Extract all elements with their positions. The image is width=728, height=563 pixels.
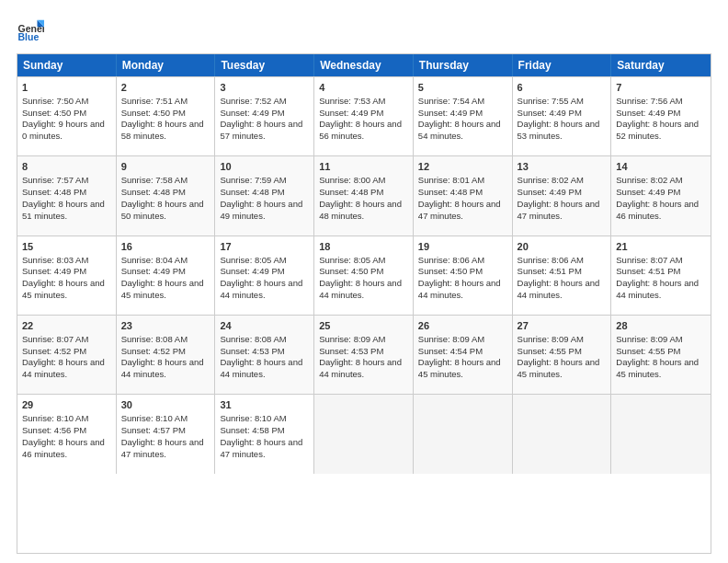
calendar-body: 1Sunrise: 7:50 AMSunset: 4:50 PMDaylight… [17, 76, 711, 553]
calendar-header: SundayMondayTuesdayWednesdayThursdayFrid… [17, 54, 711, 76]
table-row [513, 395, 612, 473]
daylight-hours: Daylight: 8 hours and 44 minutes. [220, 278, 302, 300]
header-day-thursday: Thursday [414, 54, 513, 76]
daylight-hours: Daylight: 8 hours and 44 minutes. [418, 278, 501, 300]
sunset-time: Sunset: 4:52 PM [22, 346, 86, 356]
sunrise-time: Sunrise: 8:09 AM [518, 334, 584, 344]
day-number: 13 [518, 160, 607, 174]
daylight-hours: Daylight: 8 hours and 53 minutes. [518, 119, 600, 141]
daylight-hours: Daylight: 8 hours and 45 minutes. [418, 357, 501, 379]
day-number: 9 [121, 160, 210, 174]
sunset-time: Sunset: 4:49 PM [319, 108, 383, 118]
sunrise-time: Sunrise: 7:56 AM [616, 96, 682, 106]
sunrise-time: Sunrise: 8:00 AM [319, 175, 385, 185]
day-number: 16 [121, 240, 210, 254]
sunset-time: Sunset: 4:55 PM [518, 346, 582, 356]
sunset-time: Sunset: 4:49 PM [418, 108, 483, 118]
daylight-hours: Daylight: 8 hours and 47 minutes. [418, 199, 501, 221]
sunset-time: Sunset: 4:53 PM [319, 346, 383, 356]
daylight-hours: Daylight: 8 hours and 47 minutes. [518, 199, 600, 221]
header-day-sunday: Sunday [17, 54, 117, 76]
sunset-time: Sunset: 4:50 PM [418, 266, 483, 276]
table-row: 3Sunrise: 7:52 AMSunset: 4:49 PMDaylight… [215, 77, 314, 155]
table-row: 29Sunrise: 8:10 AMSunset: 4:56 PMDayligh… [17, 395, 117, 473]
sunset-time: Sunset: 4:50 PM [22, 108, 86, 118]
logo: General Blue [17, 17, 48, 44]
day-number: 2 [121, 81, 210, 95]
logo-icon: General Blue [17, 17, 44, 44]
table-row: 12Sunrise: 8:01 AMSunset: 4:48 PMDayligh… [414, 156, 513, 235]
sunset-time: Sunset: 4:48 PM [319, 187, 383, 197]
table-row: 15Sunrise: 8:03 AMSunset: 4:49 PMDayligh… [17, 236, 117, 315]
sunset-time: Sunset: 4:48 PM [418, 187, 483, 197]
sunrise-time: Sunrise: 7:58 AM [121, 175, 188, 185]
sunrise-time: Sunrise: 8:04 AM [121, 255, 188, 265]
daylight-hours: Daylight: 8 hours and 45 minutes. [22, 278, 105, 300]
day-number: 27 [518, 319, 607, 333]
sunset-time: Sunset: 4:51 PM [616, 266, 680, 276]
sunset-time: Sunset: 4:49 PM [616, 187, 680, 197]
daylight-hours: Daylight: 8 hours and 51 minutes. [22, 199, 105, 221]
sunrise-time: Sunrise: 8:09 AM [616, 334, 682, 344]
calendar-week-5: 29Sunrise: 8:10 AMSunset: 4:56 PMDayligh… [17, 394, 711, 473]
table-row: 1Sunrise: 7:50 AMSunset: 4:50 PMDaylight… [17, 77, 117, 155]
day-number: 12 [418, 160, 507, 174]
sunset-time: Sunset: 4:52 PM [121, 346, 186, 356]
sunrise-time: Sunrise: 8:02 AM [616, 175, 682, 185]
header-day-saturday: Saturday [611, 54, 711, 76]
sunrise-time: Sunrise: 8:10 AM [22, 413, 88, 423]
sunrise-time: Sunrise: 8:02 AM [518, 175, 584, 185]
sunrise-time: Sunrise: 8:01 AM [418, 175, 484, 185]
daylight-hours: Daylight: 8 hours and 44 minutes. [616, 278, 699, 300]
sunset-time: Sunset: 4:48 PM [22, 187, 86, 197]
table-row: 5Sunrise: 7:54 AMSunset: 4:49 PMDaylight… [414, 77, 513, 155]
day-number: 30 [121, 398, 210, 412]
day-number: 28 [616, 319, 706, 333]
daylight-hours: Daylight: 8 hours and 45 minutes. [121, 278, 204, 300]
daylight-hours: Daylight: 8 hours and 47 minutes. [121, 437, 204, 459]
daylight-hours: Daylight: 8 hours and 44 minutes. [319, 278, 402, 300]
day-number: 20 [518, 240, 607, 254]
table-row: 18Sunrise: 8:05 AMSunset: 4:50 PMDayligh… [314, 236, 414, 315]
table-row: 13Sunrise: 8:02 AMSunset: 4:49 PMDayligh… [513, 156, 612, 235]
sunset-time: Sunset: 4:49 PM [220, 266, 284, 276]
table-row: 28Sunrise: 8:09 AMSunset: 4:55 PMDayligh… [611, 316, 711, 394]
sunrise-time: Sunrise: 8:07 AM [616, 255, 682, 265]
header-day-tuesday: Tuesday [215, 54, 314, 76]
sunset-time: Sunset: 4:49 PM [22, 266, 86, 276]
sunrise-time: Sunrise: 8:08 AM [220, 334, 286, 344]
table-row: 25Sunrise: 8:09 AMSunset: 4:53 PMDayligh… [314, 316, 414, 394]
table-row: 19Sunrise: 8:06 AMSunset: 4:50 PMDayligh… [414, 236, 513, 315]
daylight-hours: Daylight: 8 hours and 45 minutes. [616, 357, 699, 379]
sunrise-time: Sunrise: 8:05 AM [319, 255, 385, 265]
sunset-time: Sunset: 4:49 PM [518, 108, 582, 118]
day-number: 22 [22, 319, 111, 333]
sunrise-time: Sunrise: 7:51 AM [121, 96, 188, 106]
day-number: 7 [616, 81, 706, 95]
calendar-week-1: 1Sunrise: 7:50 AMSunset: 4:50 PMDaylight… [17, 76, 711, 155]
sunrise-time: Sunrise: 7:54 AM [418, 96, 484, 106]
day-number: 15 [22, 240, 111, 254]
sunset-time: Sunset: 4:50 PM [121, 108, 186, 118]
sunset-time: Sunset: 4:49 PM [616, 108, 680, 118]
table-row: 11Sunrise: 8:00 AMSunset: 4:48 PMDayligh… [314, 156, 414, 235]
daylight-hours: Daylight: 8 hours and 45 minutes. [518, 357, 600, 379]
table-row: 23Sunrise: 8:08 AMSunset: 4:52 PMDayligh… [117, 316, 216, 394]
daylight-hours: Daylight: 8 hours and 44 minutes. [518, 278, 600, 300]
header-day-wednesday: Wednesday [314, 54, 414, 76]
sunset-time: Sunset: 4:51 PM [518, 266, 582, 276]
daylight-hours: Daylight: 8 hours and 46 minutes. [22, 437, 105, 459]
header: General Blue [17, 17, 711, 44]
table-row: 24Sunrise: 8:08 AMSunset: 4:53 PMDayligh… [215, 316, 314, 394]
sunrise-time: Sunrise: 8:09 AM [418, 334, 484, 344]
day-number: 24 [220, 319, 309, 333]
day-number: 25 [319, 319, 408, 333]
sunrise-time: Sunrise: 8:09 AM [319, 334, 385, 344]
table-row: 30Sunrise: 8:10 AMSunset: 4:57 PMDayligh… [117, 395, 216, 473]
day-number: 23 [121, 319, 210, 333]
day-number: 19 [418, 240, 507, 254]
svg-text:Blue: Blue [18, 31, 40, 42]
table-row: 9Sunrise: 7:58 AMSunset: 4:48 PMDaylight… [117, 156, 216, 235]
sunset-time: Sunset: 4:58 PM [220, 425, 284, 435]
sunrise-time: Sunrise: 8:06 AM [518, 255, 584, 265]
